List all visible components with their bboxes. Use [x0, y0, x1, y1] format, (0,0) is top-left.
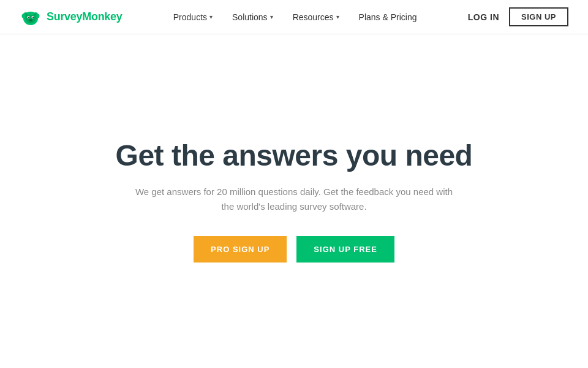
- hero-title: Get the answers you need: [116, 140, 473, 172]
- svg-point-11: [22, 13, 26, 18]
- login-button[interactable]: LOG IN: [468, 12, 499, 22]
- logo[interactable]: SurveyMonkey: [20, 6, 122, 28]
- svg-point-12: [36, 13, 40, 18]
- pro-signup-button[interactable]: PRO SIGN UP: [194, 236, 287, 263]
- free-signup-button[interactable]: SIGN UP FREE: [296, 236, 394, 263]
- hero-section: Get the answers you need We get answers …: [0, 34, 588, 368]
- chevron-down-icon: ▾: [336, 13, 339, 20]
- brand-name: SurveyMonkey: [47, 10, 122, 23]
- nav-resources-label: Resources: [293, 12, 334, 22]
- svg-point-8: [28, 17, 29, 18]
- chevron-down-icon: ▾: [270, 13, 273, 20]
- main-nav: Products ▾ Solutions ▾ Resources ▾ Plans…: [165, 7, 426, 27]
- signup-button[interactable]: SIGN UP: [509, 7, 568, 26]
- hero-subtitle: We get answers for 20 million questions …: [135, 185, 453, 214]
- svg-point-9: [32, 17, 34, 18]
- nav-item-solutions[interactable]: Solutions ▾: [224, 7, 282, 27]
- nav-item-pricing[interactable]: Plans & Pricing: [350, 7, 426, 27]
- nav-item-products[interactable]: Products ▾: [165, 7, 221, 27]
- nav-products-label: Products: [173, 12, 207, 22]
- nav-item-resources[interactable]: Resources ▾: [284, 7, 348, 27]
- nav-solutions-label: Solutions: [232, 12, 268, 22]
- cta-buttons: PRO SIGN UP SIGN UP FREE: [194, 236, 394, 263]
- surveymonkey-logo-icon: [20, 6, 42, 28]
- chevron-down-icon: ▾: [209, 13, 213, 20]
- header-actions: LOG IN SIGN UP: [468, 7, 568, 26]
- nav-pricing-label: Plans & Pricing: [359, 12, 417, 22]
